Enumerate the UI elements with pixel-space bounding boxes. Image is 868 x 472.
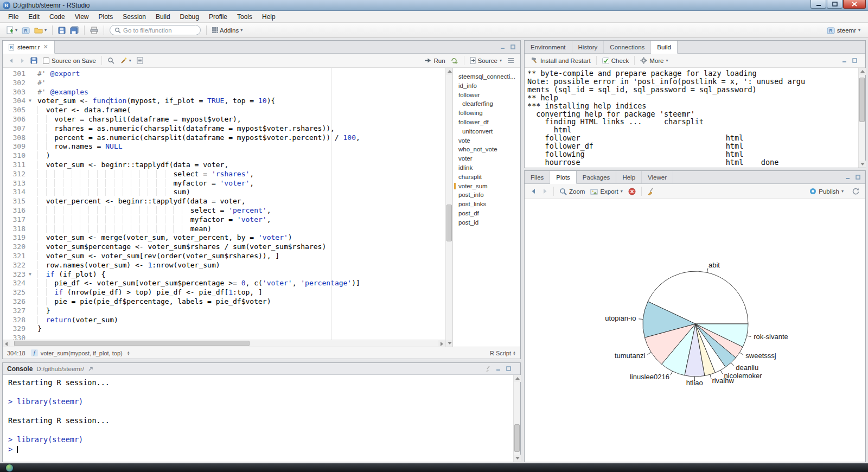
menu-build[interactable]: Build bbox=[151, 11, 175, 23]
tab-close-icon[interactable]: ✕ bbox=[43, 44, 48, 50]
compile-report-button[interactable] bbox=[134, 55, 146, 66]
fold-marker-icon[interactable]: ▼ bbox=[29, 270, 37, 279]
outline-item-post_links[interactable]: post_links bbox=[453, 200, 520, 209]
remove-plot-button[interactable] bbox=[626, 186, 639, 197]
run-button[interactable]: Run bbox=[422, 56, 448, 66]
code-line[interactable]: 314 sum) bbox=[3, 188, 445, 197]
menu-profile[interactable]: Profile bbox=[204, 11, 232, 23]
clear-console-button[interactable] bbox=[484, 365, 492, 372]
pane-minimize-button[interactable] bbox=[844, 174, 852, 181]
outline-item-who_not_vote[interactable]: who_not_vote bbox=[453, 145, 520, 154]
tab-files[interactable]: Files bbox=[525, 171, 550, 183]
new-project-button[interactable]: R bbox=[20, 25, 32, 36]
function-context-selector[interactable]: f voter_sum(mypost, if_plot, top) ▲▼ bbox=[31, 349, 130, 356]
build-vertical-scrollbar[interactable] bbox=[858, 68, 865, 168]
scroll-down-button[interactable] bbox=[514, 455, 521, 462]
scroll-up-button[interactable] bbox=[859, 68, 866, 75]
addins-button[interactable]: Addins ▾ bbox=[210, 25, 245, 35]
outline-item-clearferfing[interactable]: clearferfing bbox=[453, 99, 520, 109]
previous-plot-button[interactable] bbox=[528, 187, 539, 196]
code-line[interactable]: 325 if (nrow(pie_df) > top) pie_df <- pi… bbox=[3, 288, 445, 297]
export-plot-button[interactable]: Export ▾ bbox=[588, 187, 625, 196]
code-line[interactable]: 307 rshares = as.numeric(charsplit(dataf… bbox=[3, 124, 445, 133]
scroll-left-button[interactable] bbox=[3, 340, 10, 347]
outline-item-post_df[interactable]: post_df bbox=[453, 209, 520, 218]
install-and-restart-button[interactable]: Install and Restart bbox=[528, 55, 593, 66]
nav-forward-button[interactable] bbox=[17, 56, 28, 65]
menu-plots[interactable]: Plots bbox=[94, 11, 118, 23]
outline-item-unitconvert[interactable]: unitconvert bbox=[453, 127, 520, 136]
print-button[interactable] bbox=[88, 25, 100, 36]
nav-back-button[interactable] bbox=[6, 56, 17, 65]
code-line[interactable]: 328 return(voter_sum) bbox=[3, 316, 445, 325]
code-line[interactable]: 319 voter_sum <- merge(voter_sum, voter_… bbox=[3, 233, 445, 243]
save-all-button[interactable] bbox=[68, 24, 81, 36]
editor-horizontal-scrollbar[interactable] bbox=[3, 340, 445, 347]
document-outline-toggle[interactable] bbox=[505, 56, 517, 65]
outline-item-following[interactable]: following bbox=[453, 109, 520, 118]
tab-build[interactable]: Build bbox=[651, 41, 678, 54]
pane-minimize-button[interactable] bbox=[499, 43, 507, 50]
code-line[interactable]: 321 voter_sum <- voter_sum[rev(order(vot… bbox=[3, 252, 445, 261]
tab-environment[interactable]: Environment bbox=[525, 41, 572, 53]
goto-file-function-box[interactable] bbox=[110, 25, 201, 35]
pane-maximize-button[interactable] bbox=[851, 57, 859, 64]
popout-icon[interactable] bbox=[88, 366, 93, 372]
open-file-button[interactable]: ▾ bbox=[32, 25, 49, 35]
outline-item-post_id[interactable]: post_id bbox=[453, 218, 520, 227]
outline-item-follower_df[interactable]: follower_df bbox=[453, 118, 520, 127]
window-titlebar[interactable]: R D:/github/steemr - RStudio bbox=[0, 0, 868, 11]
tab-steemr-r[interactable]: R steemr.r ✕ bbox=[3, 41, 55, 54]
editor-vertical-scrollbar[interactable] bbox=[445, 68, 452, 347]
code-line[interactable]: 304▼voter_sum <- function(mypost, if_plo… bbox=[3, 97, 445, 106]
code-line[interactable]: 326 pie = pie(pie_df$percentage, labels … bbox=[3, 297, 445, 307]
clear-plots-button[interactable] bbox=[644, 186, 658, 197]
tab-packages[interactable]: Packages bbox=[577, 171, 617, 183]
tab-plots[interactable]: Plots bbox=[550, 171, 577, 184]
code-line[interactable]: 301#' @export bbox=[3, 69, 445, 79]
rerun-button[interactable] bbox=[448, 56, 461, 66]
pane-minimize-button[interactable] bbox=[840, 57, 848, 64]
start-button[interactable] bbox=[5, 464, 14, 472]
menu-session[interactable]: Session bbox=[118, 11, 151, 23]
check-button[interactable]: Check bbox=[599, 56, 632, 66]
outline-item-post_info[interactable]: post_info bbox=[453, 190, 520, 200]
code-line[interactable]: 308 percent = as.numeric(charsplit(dataf… bbox=[3, 133, 445, 143]
pane-maximize-button[interactable] bbox=[509, 43, 517, 50]
pane-maximize-button[interactable] bbox=[854, 174, 862, 181]
source-on-save-toggle[interactable]: Source on Save bbox=[40, 56, 99, 66]
outline-item-vote[interactable]: vote bbox=[453, 136, 520, 145]
code-line[interactable]: 302#' bbox=[3, 79, 445, 88]
menu-debug[interactable]: Debug bbox=[175, 11, 204, 23]
menu-file[interactable]: File bbox=[3, 11, 23, 23]
code-line[interactable]: 317 myfactor = 'voter', bbox=[3, 215, 445, 225]
menu-view[interactable]: View bbox=[70, 11, 94, 23]
code-line[interactable]: 310 ) bbox=[3, 151, 445, 161]
window-maximize-button[interactable] bbox=[827, 0, 843, 9]
outline-item-voter[interactable]: voter bbox=[453, 154, 520, 163]
window-close-button[interactable] bbox=[843, 0, 866, 9]
code-editor[interactable]: 301#' @export302#'303#' @examples304▼vot… bbox=[3, 68, 445, 340]
save-file-button[interactable] bbox=[28, 55, 40, 66]
code-line[interactable]: 322 row.names(voter_sum) <- 1:nrow(voter… bbox=[3, 261, 445, 270]
source-on-save-checkbox[interactable] bbox=[43, 58, 49, 64]
code-line[interactable]: 327 } bbox=[3, 307, 445, 316]
tab-connections[interactable]: Connections bbox=[604, 41, 651, 53]
save-button[interactable] bbox=[56, 25, 68, 36]
window-minimize-button[interactable] bbox=[810, 0, 826, 9]
new-file-button[interactable]: ▾ bbox=[4, 24, 20, 36]
refresh-plots-button[interactable] bbox=[850, 186, 862, 196]
project-menu-button[interactable]: R steemr ▾ bbox=[824, 25, 864, 35]
menu-code[interactable]: Code bbox=[44, 11, 70, 23]
code-tools-button[interactable]: ▾ bbox=[117, 55, 134, 66]
tab-help[interactable]: Help bbox=[616, 171, 642, 183]
code-line[interactable]: 303#' @examples bbox=[3, 88, 445, 97]
tab-history[interactable]: History bbox=[572, 41, 604, 53]
find-replace-button[interactable] bbox=[105, 55, 117, 66]
scroll-right-button[interactable] bbox=[438, 340, 445, 347]
code-line[interactable]: 312 select = 'rshares', bbox=[3, 170, 445, 179]
build-output[interactable]: ** byte-compile and prepare package for … bbox=[525, 68, 858, 168]
code-line[interactable]: 323▼ if (if_plot) { bbox=[3, 270, 445, 279]
console-output[interactable]: Restarting R session... > library(steemr… bbox=[3, 375, 513, 462]
code-line[interactable]: 316 select = 'percent', bbox=[3, 206, 445, 215]
